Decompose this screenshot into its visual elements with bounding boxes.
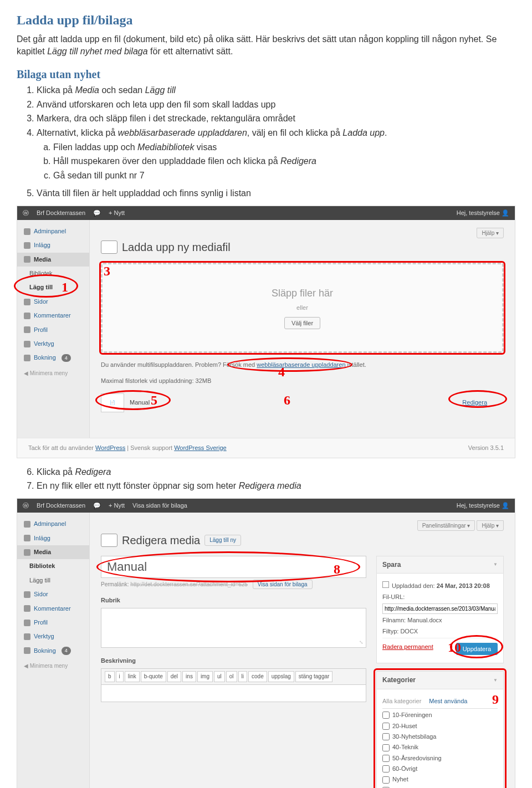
ed-upp[interactable]: uppslag	[268, 671, 294, 682]
screenshot-2: ⓦ Brf Dockterrassen 💬 + Nytt Visa sidan …	[17, 498, 515, 788]
ed-close[interactable]: stäng taggar	[295, 671, 333, 682]
ed-img[interactable]: img	[197, 671, 213, 682]
sidebar-item-kommentarer[interactable]: Kommentarer	[17, 309, 89, 323]
uploader-note: Du använder multifilsuppladdaren. Proble…	[101, 361, 366, 368]
description-textarea[interactable]	[101, 684, 366, 702]
toggle-icon[interactable]: ▼	[493, 677, 498, 683]
cat-checkbox[interactable]	[382, 744, 390, 751]
toggle-icon[interactable]: ▼	[493, 561, 498, 567]
delete-permanent-link[interactable]: Radera permanent	[382, 643, 433, 650]
sidebar-item-verktyg[interactable]: Verktyg	[17, 337, 89, 351]
wp-logo-icon[interactable]: ⓦ	[23, 502, 29, 510]
sidebar-item-profil[interactable]: Profil	[17, 616, 89, 630]
ed-code[interactable]: code	[248, 671, 267, 682]
ed-b[interactable]: b	[105, 671, 115, 682]
pin-icon	[24, 535, 30, 541]
minimize-menu[interactable]: ◀ Minimera meny	[17, 658, 89, 674]
sidebar-item-profil[interactable]: Profil	[17, 323, 89, 337]
home-icon	[24, 521, 30, 528]
step-3: Markera, dra och släpp filen i det strec…	[37, 112, 515, 125]
rubrik-textarea[interactable]: ⤡	[101, 608, 366, 648]
ed-link[interactable]: link	[125, 671, 140, 682]
help-tab[interactable]: Hjälp ▾	[477, 520, 504, 531]
sidebar-item-bokning[interactable]: Bokning4	[17, 644, 89, 658]
sidebar-item-media[interactable]: Media	[17, 545, 89, 559]
cat-tab-all[interactable]: Alla kategorier	[382, 697, 421, 708]
ed-del[interactable]: del	[167, 671, 181, 682]
sidebar-item-adminpanel[interactable]: Adminpanel	[17, 224, 89, 238]
select-files-button[interactable]: Välj filer	[284, 317, 320, 329]
cat-row-5[interactable]: 60-Övrigt	[382, 765, 498, 773]
cat-checkbox[interactable]	[382, 755, 390, 762]
cat-checkbox[interactable]	[382, 723, 390, 730]
cat-row-6[interactable]: Nyhet	[382, 775, 498, 784]
ed-i[interactable]: i	[116, 671, 124, 682]
sidebar-item-bokning[interactable]: Bokning4	[17, 351, 89, 365]
edit-link[interactable]: Redigera	[462, 398, 487, 407]
sidebar-sub-laggtill[interactable]: Lägg till	[17, 280, 89, 294]
update-button[interactable]: Uppdatera	[456, 643, 498, 655]
greeting[interactable]: Hej, teststyrelse 👤	[457, 502, 509, 510]
sidebar-item-kommentarer[interactable]: Kommentarer	[17, 602, 89, 616]
comments-icon[interactable]: 💬	[93, 209, 101, 217]
sidebar-item-sidor[interactable]: Sidor	[17, 295, 89, 309]
sidebar-item-inlagg[interactable]: Inlägg	[17, 531, 89, 545]
heading-2: Bilaga utan nyhet	[17, 66, 515, 82]
ed-ul[interactable]: ul	[214, 671, 225, 682]
site-name[interactable]: Brf Dockterrassen	[37, 502, 85, 510]
ed-ol[interactable]: ol	[226, 671, 237, 682]
view-attachment-button[interactable]: Visa sidan för bilaga	[253, 580, 313, 589]
media-icon	[101, 534, 117, 547]
ed-li[interactable]: li	[238, 671, 247, 682]
page-icon	[24, 299, 30, 305]
help-tab[interactable]: Hjälp ▾	[477, 228, 504, 238]
screen-options-tab[interactable]: Panelinställningar ▾	[417, 520, 475, 531]
cat-row-4[interactable]: 50-Årsredovisning	[382, 754, 498, 763]
cat-checkbox[interactable]	[382, 776, 390, 784]
sidebar-item-sidor[interactable]: Sidor	[17, 587, 89, 601]
cat-tab-popular[interactable]: Mest använda	[429, 697, 467, 708]
media-icon	[24, 256, 30, 263]
upload-dropzone[interactable]: Släpp filer här eller Välj filer 3	[101, 263, 504, 353]
ed-ins[interactable]: ins	[182, 671, 196, 682]
cat-checkbox[interactable]	[382, 712, 390, 719]
uploaded-date: Uppladdad den: 24 Mar, 2013 20:08	[382, 581, 498, 590]
rubrik-label: Rubrik	[101, 596, 366, 605]
new-button[interactable]: + Nytt	[109, 209, 125, 217]
new-button[interactable]: + Nytt	[109, 502, 125, 510]
cat-checkbox[interactable]	[382, 765, 390, 772]
cat-row-0[interactable]: 10-Föreningen	[382, 711, 498, 719]
ed-bq[interactable]: b-quote	[141, 671, 166, 682]
sidebar-item-media[interactable]: Media	[17, 253, 89, 267]
sidebar-sub-laggtill[interactable]: Lägg till	[17, 574, 89, 587]
step-4a: Filen laddas upp och Mediabibliotek visa…	[53, 141, 515, 153]
comments-icon[interactable]: 💬	[93, 502, 101, 510]
cat-row-2[interactable]: 30-Nyhetsbilaga	[382, 733, 498, 741]
page-title: Ladda upp ny mediafil	[122, 239, 231, 255]
sidebar-item-verktyg[interactable]: Verktyg	[17, 630, 89, 643]
sidebar-item-inlagg[interactable]: Inlägg	[17, 238, 89, 252]
sidebar-item-adminpanel[interactable]: Adminpanel	[17, 517, 89, 531]
greeting[interactable]: Hej, teststyrelse 👤	[457, 209, 509, 217]
step-4b: Håll muspekaren över den uppladdade file…	[53, 155, 515, 167]
editor-toolbar: b i link b-quote del ins img ul ol li co…	[101, 668, 366, 684]
cat-row-3[interactable]: 40-Teknik	[382, 743, 498, 751]
step-6: Klicka på Redigera	[37, 466, 515, 478]
title-input[interactable]	[101, 556, 366, 578]
browser-uploader-link[interactable]: webbläsarbaserade uppladdaren	[257, 361, 345, 368]
max-filesize: Maximal filstorlek vid uppladdning: 32MB	[101, 377, 504, 385]
view-attachment-page[interactable]: Visa sidan för bilaga	[132, 502, 187, 510]
sidebar-sub-bibliotek[interactable]: Bibliotek	[17, 559, 89, 573]
fileurl-input[interactable]	[382, 603, 498, 614]
beskrivning-label: Beskrivning	[101, 657, 366, 665]
site-name[interactable]: Brf Dockterrassen	[37, 209, 85, 217]
cat-row-1[interactable]: 20-Huset	[382, 722, 498, 730]
bokning-badge: 4	[62, 647, 71, 655]
permalink: Permalänk: http://det.dockterrassen.se/?…	[101, 581, 366, 589]
add-new-button[interactable]: Lägg till ny	[204, 535, 241, 546]
sidebar-sub-bibliotek[interactable]: Bibliotek	[17, 267, 89, 280]
wp-logo-icon[interactable]: ⓦ	[23, 209, 29, 217]
folder-icon	[24, 355, 30, 361]
minimize-menu[interactable]: ◀ Minimera meny	[17, 365, 89, 382]
cat-checkbox[interactable]	[382, 733, 390, 740]
